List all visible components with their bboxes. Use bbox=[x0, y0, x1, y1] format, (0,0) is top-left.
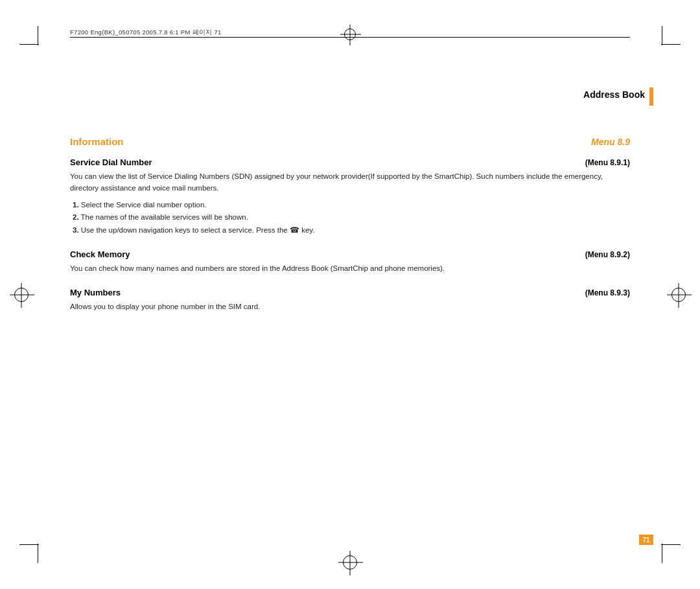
subsection-header-check-memory: Check Memory (Menu 8.9.2) bbox=[70, 249, 630, 259]
subsection-check-memory: Check Memory (Menu 8.9.2) You can check … bbox=[70, 249, 630, 275]
menu-ref-service-dial: (Menu 8.9.1) bbox=[585, 158, 630, 167]
crop-mark-bl-h bbox=[19, 544, 39, 545]
crop-mark-tl-v bbox=[38, 26, 38, 45]
page-number-badge: 71 bbox=[639, 535, 653, 545]
body-text-check-memory: You can check how many names and numbers… bbox=[70, 263, 630, 275]
section-title: Information bbox=[70, 136, 124, 147]
reg-circle-right bbox=[671, 288, 686, 302]
list-text: The names of the available services will… bbox=[79, 213, 248, 221]
list-num: 2. bbox=[73, 213, 79, 221]
crop-mark-br-h bbox=[661, 544, 681, 545]
subsection-title-service-dial: Service Dial Number bbox=[70, 157, 152, 167]
crop-mark-tr-v bbox=[662, 26, 662, 45]
list-text: Use the up/down navigation keys to selec… bbox=[79, 226, 315, 234]
crop-mark-bl-v bbox=[38, 544, 38, 563]
list-num: 3. bbox=[73, 226, 79, 234]
body-text-service-dial: You can view the list of Service Dialing… bbox=[70, 171, 630, 194]
section-menu-label: Menu 8.9 bbox=[591, 137, 630, 147]
subsection-title-my-numbers: My Numbers bbox=[70, 288, 121, 297]
menu-ref-check-memory: (Menu 8.9.2) bbox=[585, 250, 630, 259]
reg-circle-bottom bbox=[343, 555, 357, 570]
list-service-dial: 1. Select the Service dial number option… bbox=[73, 200, 630, 237]
list-item: 3. Use the up/down navigation keys to se… bbox=[73, 225, 630, 237]
list-item: 2. The names of the available services w… bbox=[73, 212, 630, 224]
subsection-title-check-memory: Check Memory bbox=[70, 249, 130, 259]
subsection-header-my-numbers: My Numbers (Menu 8.9.3) bbox=[70, 288, 630, 297]
section-header: Information Menu 8.9 bbox=[70, 136, 630, 147]
body-text-my-numbers: Allows you to display your phone number … bbox=[70, 301, 630, 313]
crop-mark-tl-h bbox=[19, 44, 39, 45]
subsection-header-service-dial: Service Dial Number (Menu 8.9.1) bbox=[70, 157, 630, 167]
crop-mark-br-v bbox=[662, 544, 662, 563]
address-book-title: Address Book bbox=[583, 89, 645, 100]
main-content: Information Menu 8.9 Service Dial Number… bbox=[70, 136, 630, 524]
list-num: 1. bbox=[73, 201, 79, 209]
reg-circle-left bbox=[14, 288, 29, 302]
subsection-service-dial: Service Dial Number (Menu 8.9.1) You can… bbox=[70, 157, 630, 237]
subsection-my-numbers: My Numbers (Menu 8.9.3) Allows you to di… bbox=[70, 288, 630, 313]
list-item: 1. Select the Service dial number option… bbox=[73, 200, 630, 211]
menu-ref-my-numbers: (Menu 8.9.3) bbox=[585, 288, 630, 297]
crop-mark-tr-h bbox=[661, 44, 681, 45]
reg-circle-top bbox=[344, 29, 356, 40]
file-info-header: F7200 Eng(BK)_050705 2005.7.8 6:1 PM 페이지… bbox=[70, 29, 222, 37]
list-text: Select the Service dial number option. bbox=[79, 201, 207, 209]
sidebar-accent-bar bbox=[649, 87, 653, 106]
